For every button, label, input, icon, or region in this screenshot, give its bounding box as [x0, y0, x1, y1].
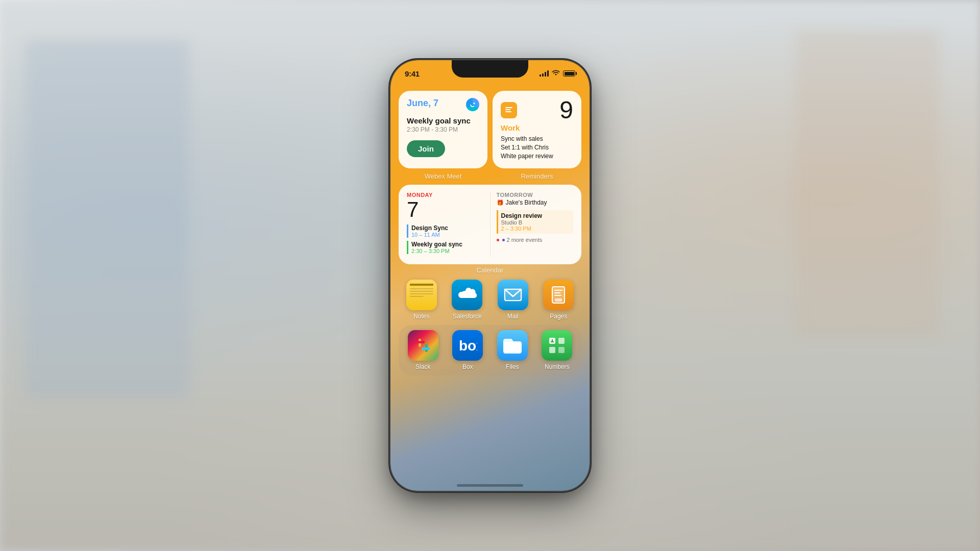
cal-event-design-sync: Design Sync 10 – 11 AM	[407, 224, 484, 238]
svg-rect-23	[558, 338, 565, 344]
reminders-header: 9	[501, 98, 573, 122]
notch	[452, 60, 528, 78]
wifi-icon	[552, 70, 560, 78]
svg-rect-27	[551, 341, 554, 342]
reminder-item-2: Set 1:1 with Chris	[501, 144, 573, 151]
design-review-subtitle: Studio B	[501, 219, 572, 226]
more-dot-2	[502, 239, 505, 241]
svg-rect-25	[558, 347, 565, 353]
box-app[interactable]: box Box	[448, 330, 488, 370]
design-review-time: 2 – 3:30 PM	[501, 226, 572, 232]
cal-event-time-2: 2:30 – 3:30 PM	[411, 248, 484, 254]
webex-widget-header: June, 7	[407, 98, 479, 111]
svg-rect-12	[555, 298, 562, 302]
svg-rect-11	[554, 295, 561, 296]
iphone-device: 9:41	[390, 60, 590, 491]
birthday-row: 🎁 Jake's Birthday	[497, 199, 574, 206]
widgets-row-1: June, 7 Weekly goal sync 2:30 PM - 3:30 …	[399, 91, 581, 168]
mail-label: Mail	[507, 313, 519, 320]
mail-app[interactable]: Mail	[492, 280, 534, 320]
reminders-widget-label: Reminders	[521, 172, 553, 180]
notes-app[interactable]: Notes	[401, 280, 443, 320]
files-label: Files	[506, 363, 519, 370]
files-app[interactable]: Files	[492, 330, 533, 370]
apps-row-2-dock: Slack box Box	[399, 325, 581, 375]
signal-icon	[540, 70, 549, 77]
webex-logo-icon	[466, 98, 479, 111]
svg-point-1	[474, 103, 475, 104]
svg-rect-2	[505, 107, 512, 108]
birthday-text: Jake's Birthday	[506, 199, 547, 206]
svg-rect-10	[554, 292, 560, 293]
design-review-title: Design review	[501, 212, 572, 219]
notes-label: Notes	[413, 313, 429, 320]
apps-row-1: Notes Salesforce	[399, 280, 581, 320]
numbers-label: Numbers	[545, 363, 570, 370]
svg-rect-17	[419, 339, 421, 341]
pages-app[interactable]: Pages	[538, 280, 580, 320]
battery-icon	[563, 70, 575, 77]
reminders-widget[interactable]: 9 Work Sync with sales Set 1:1 with Chri…	[493, 91, 581, 168]
home-screen-content: June, 7 Weekly goal sync 2:30 PM - 3:30 …	[390, 85, 590, 491]
webex-event-title: Weekly goal sync	[407, 116, 479, 125]
svg-rect-18	[425, 349, 428, 352]
status-icons	[540, 70, 575, 78]
webex-event-time: 2:30 PM - 3:30 PM	[407, 126, 479, 133]
svg-text:box: box	[459, 338, 477, 353]
slack-label: Slack	[415, 363, 430, 370]
pages-app-icon	[543, 280, 574, 310]
svg-rect-4	[505, 111, 511, 112]
svg-rect-24	[549, 347, 555, 353]
more-dot-1	[497, 239, 499, 241]
pages-label: Pages	[550, 313, 567, 320]
cal-event-weekly-sync: Weekly goal sync 2:30 – 3:30 PM	[407, 241, 484, 254]
reminders-category: Work	[501, 123, 573, 132]
phone-screen: 9:41	[390, 60, 590, 491]
cal-event-design-review: Design review Studio B 2 – 3:30 PM	[497, 210, 574, 234]
box-app-icon: box	[452, 330, 483, 361]
svg-rect-19	[416, 341, 419, 343]
salesforce-app[interactable]: Salesforce	[447, 280, 488, 320]
slack-app[interactable]: Slack	[403, 330, 444, 370]
calendar-widget-label: Calendar	[477, 266, 504, 274]
webex-date: June, 7	[407, 98, 438, 109]
reminder-item-1: Sync with sales	[501, 135, 573, 142]
more-events-row: 2 more events	[497, 237, 574, 243]
salesforce-label: Salesforce	[453, 313, 482, 320]
calendar-today: MONDAY 7 Design Sync 10 – 11 AM Weekly g…	[407, 192, 491, 257]
numbers-app[interactable]: Numbers	[537, 330, 578, 370]
reminders-count: 9	[559, 98, 573, 122]
cal-event-title-1: Design Sync	[411, 224, 484, 232]
more-events-text: 2 more events	[507, 237, 543, 243]
salesforce-app-icon	[452, 280, 482, 310]
mail-app-icon	[498, 280, 528, 310]
cal-event-title-2: Weekly goal sync	[411, 241, 484, 248]
bg-left-window	[26, 41, 189, 398]
webex-widget[interactable]: June, 7 Weekly goal sync 2:30 PM - 3:30 …	[399, 91, 487, 168]
bg-right-window	[796, 31, 939, 337]
svg-rect-3	[505, 109, 510, 110]
reminders-app-icon	[501, 102, 517, 118]
notes-app-icon	[406, 280, 437, 310]
tomorrow-label: TOMORROW	[497, 192, 574, 198]
svg-point-0	[469, 101, 477, 109]
join-button[interactable]: Join	[407, 140, 445, 157]
reminder-item-3: White paper review	[501, 153, 573, 160]
svg-rect-9	[554, 290, 562, 291]
calendar-widget[interactable]: MONDAY 7 Design Sync 10 – 11 AM Weekly g…	[399, 185, 581, 264]
files-app-icon	[497, 330, 528, 361]
webex-widget-label: Webex Meet	[425, 172, 462, 180]
slack-app-icon	[408, 330, 438, 361]
svg-rect-20	[427, 347, 430, 350]
status-time: 9:41	[405, 69, 420, 78]
today-date: 7	[407, 199, 484, 220]
box-label: Box	[462, 363, 473, 370]
widget-labels-row-1: Webex Meet Reminders	[399, 171, 581, 181]
home-indicator[interactable]	[457, 484, 523, 487]
cal-event-time-1: 10 – 11 AM	[411, 232, 484, 238]
numbers-app-icon	[542, 330, 572, 361]
calendar-tomorrow: TOMORROW 🎁 Jake's Birthday Design review…	[497, 192, 574, 257]
